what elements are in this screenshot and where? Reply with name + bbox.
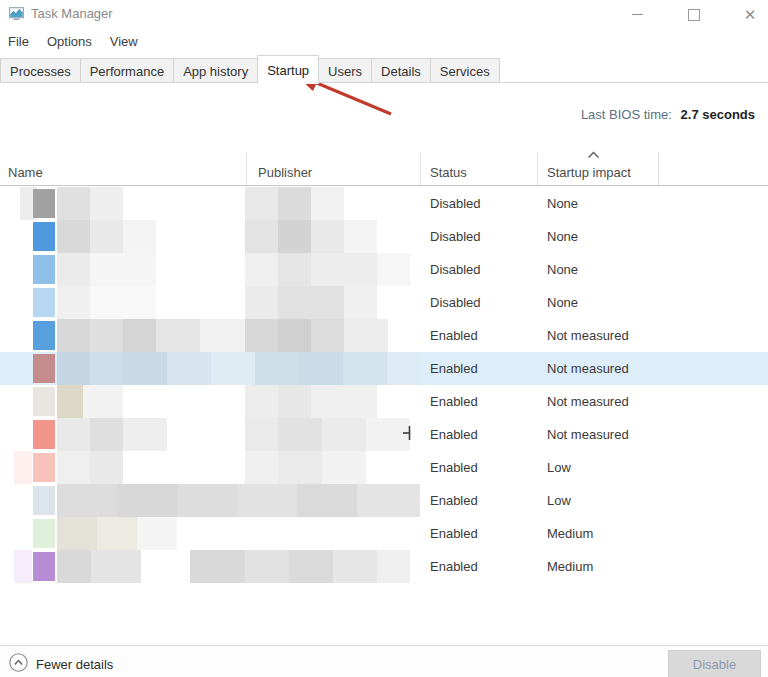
- close-button[interactable]: ✕: [727, 0, 768, 29]
- maximize-icon: [688, 9, 700, 21]
- redacted-text-block: [278, 220, 311, 253]
- disable-button[interactable]: Disable: [668, 650, 761, 677]
- redacted-text-block: [90, 451, 123, 484]
- status-cell: Enabled: [430, 484, 478, 517]
- sort-ascending-icon: [587, 147, 600, 162]
- redacted-text-block: [311, 319, 344, 352]
- table-row[interactable]: DisabledNone: [0, 220, 768, 253]
- footer-bar: Fewer details Disable: [0, 645, 768, 677]
- redacted-text-block: [344, 286, 377, 319]
- column-header-name[interactable]: Name: [8, 165, 43, 180]
- table-row[interactable]: EnabledLow: [0, 484, 768, 517]
- startup-impact-cell: Medium: [547, 550, 593, 583]
- minimize-icon: [632, 14, 643, 15]
- redacted-text-block: [57, 319, 90, 352]
- redacted-text-block: [57, 187, 90, 220]
- startup-impact-cell: Medium: [547, 517, 593, 550]
- maximize-button[interactable]: [671, 0, 717, 29]
- bios-time-label: Last BIOS time:: [581, 107, 672, 122]
- tab-app-history[interactable]: App history: [173, 58, 258, 83]
- redacted-text-block: [90, 319, 123, 352]
- redacted-text-block: [245, 319, 278, 352]
- app-icon: [33, 222, 55, 251]
- column-divider[interactable]: [420, 152, 421, 185]
- tab-startup[interactable]: Startup: [257, 55, 319, 84]
- redacted-text-block: [90, 253, 156, 286]
- redacted-text-block: [245, 385, 278, 418]
- column-divider[interactable]: [537, 152, 538, 185]
- last-bios-time: Last BIOS time: 2.7 seconds: [581, 107, 755, 122]
- redacted-text-block: [137, 517, 177, 550]
- menu-file[interactable]: File: [0, 32, 38, 53]
- startup-impact-cell: None: [547, 187, 578, 220]
- redacted-text-block: [278, 253, 311, 286]
- table-row[interactable]: EnabledMedium: [0, 517, 768, 550]
- table-row[interactable]: DisabledNone: [0, 187, 768, 220]
- startup-impact-cell: None: [547, 220, 578, 253]
- startup-impact-cell: None: [547, 253, 578, 286]
- status-cell: Enabled: [430, 517, 478, 550]
- table-row[interactable]: EnabledNot measured: [0, 385, 768, 418]
- redacted-text-block: [387, 352, 420, 385]
- redacted-text-block: [311, 253, 377, 286]
- status-cell: Enabled: [430, 418, 478, 451]
- redacted-text-block: [57, 484, 117, 517]
- table-row[interactable]: EnabledNot measured: [0, 319, 768, 352]
- redacted-text-block: [83, 385, 123, 418]
- status-cell: Disabled: [430, 253, 481, 286]
- redacted-text-block: [377, 550, 410, 583]
- redacted-text-block: [123, 220, 156, 253]
- redacted-text-block: [97, 517, 137, 550]
- redacted-text-block: [167, 352, 211, 385]
- redacted-text-block: [278, 319, 311, 352]
- text-cursor: [400, 424, 414, 442]
- redacted-text-block: [245, 220, 278, 253]
- minimize-button[interactable]: [614, 0, 660, 29]
- column-header-startup-impact[interactable]: Startup impact: [547, 165, 631, 180]
- tab-services[interactable]: Services: [430, 58, 500, 83]
- redacted-text-block: [245, 253, 278, 286]
- app-icon: [33, 321, 55, 350]
- table-row[interactable]: EnabledNot measured: [0, 352, 768, 385]
- tab-processes[interactable]: Processes: [0, 58, 81, 83]
- status-cell: Enabled: [430, 352, 478, 385]
- tab-details[interactable]: Details: [371, 58, 431, 83]
- table-row[interactable]: EnabledLow: [0, 451, 768, 484]
- redacted-text-block: [90, 286, 156, 319]
- redacted-text-block: [311, 385, 377, 418]
- app-icon: [33, 552, 55, 581]
- table-row[interactable]: DisabledNone: [0, 253, 768, 286]
- redacted-text-block: [289, 550, 333, 583]
- table-row[interactable]: EnabledNot measured: [0, 418, 768, 451]
- column-divider[interactable]: [658, 152, 659, 185]
- menu-options[interactable]: Options: [38, 32, 101, 53]
- redacted-text-block: [333, 550, 377, 583]
- redacted-text-block: [57, 385, 83, 418]
- redacted-text-block: [14, 451, 32, 484]
- redacted-text-block: [123, 418, 167, 451]
- status-cell: Disabled: [430, 187, 481, 220]
- status-cell: Enabled: [430, 385, 478, 418]
- redacted-text-block: [90, 352, 123, 385]
- redacted-text-block: [278, 286, 344, 319]
- app-icon: [33, 189, 55, 218]
- bios-time-value: 2.7 seconds: [681, 107, 755, 122]
- tab-users[interactable]: Users: [318, 58, 372, 83]
- column-divider[interactable]: [246, 152, 247, 185]
- startup-impact-cell: Not measured: [547, 385, 629, 418]
- column-header-publisher[interactable]: Publisher: [258, 165, 312, 180]
- redacted-text-block: [322, 418, 366, 451]
- table-row[interactable]: DisabledNone: [0, 286, 768, 319]
- app-icon: [33, 486, 55, 515]
- fewer-details-toggle[interactable]: Fewer details: [9, 653, 113, 675]
- tab-performance[interactable]: Performance: [80, 58, 174, 83]
- fewer-details-label: Fewer details: [36, 657, 113, 672]
- app-icon: [33, 288, 55, 317]
- column-header-status[interactable]: Status: [430, 165, 467, 180]
- app-icon: [33, 420, 55, 449]
- table-row[interactable]: EnabledMedium: [0, 550, 768, 583]
- redacted-text-block: [57, 451, 90, 484]
- redacted-text-block: [177, 484, 237, 517]
- redacted-text-block: [278, 451, 322, 484]
- menu-view[interactable]: View: [101, 32, 147, 53]
